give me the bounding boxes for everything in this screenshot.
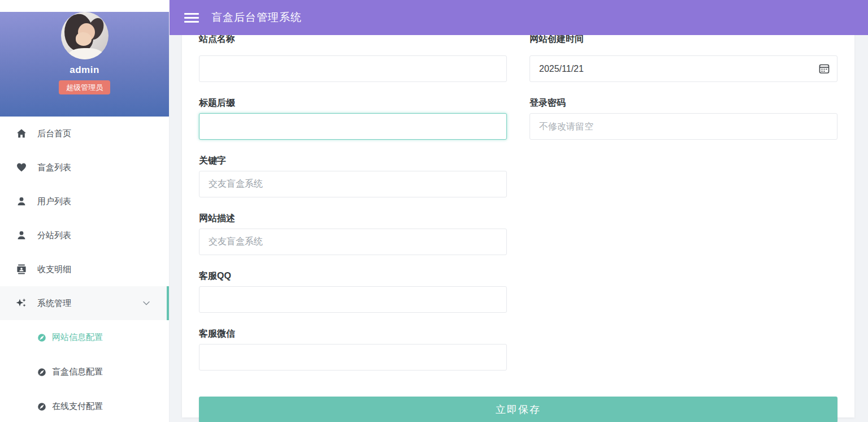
- description-label: 网站描述: [199, 212, 507, 224]
- username: admin: [0, 64, 169, 76]
- app-title: 盲盒后台管理系统: [211, 10, 302, 25]
- topbar: 盲盒后台管理系统: [170, 0, 868, 35]
- login-password-input[interactable]: [530, 113, 837, 140]
- site-name-label: 站点名称: [199, 35, 507, 45]
- field-service-qq: 客服QQ: [199, 270, 507, 313]
- created-time-label: 网站创建时间: [530, 35, 837, 45]
- field-service-wechat: 客服微信: [199, 328, 507, 371]
- field-login-password: 登录密码: [530, 97, 837, 140]
- service-qq-input[interactable]: [199, 286, 507, 313]
- sidebar-item-dashboard[interactable]: 后台首页: [0, 117, 169, 150]
- title-suffix-input[interactable]: [199, 113, 507, 140]
- field-title-suffix: 标题后缀: [199, 97, 507, 140]
- main-content: 站点名称 标题后缀 关键字 网站描述 客服QQ: [170, 35, 868, 422]
- form-column-right: 网站创建时间: [530, 35, 837, 385]
- contacts-icon: [16, 264, 27, 275]
- description-input[interactable]: [199, 229, 507, 255]
- sidebar-item-substations[interactable]: 分站列表: [0, 218, 169, 252]
- sidebar-item-label: 盲盒列表: [37, 162, 71, 173]
- settings-form: 站点名称 标题后缀 关键字 网站描述 客服QQ: [199, 35, 837, 385]
- service-wechat-label: 客服微信: [199, 328, 507, 339]
- sidebar-item-boxes[interactable]: 盲盒列表: [0, 150, 169, 184]
- sidebar-item-label: 收支明细: [37, 264, 71, 275]
- field-created-time: 网站创建时间: [530, 35, 837, 82]
- compass-icon: [37, 333, 46, 342]
- keywords-input[interactable]: [199, 171, 507, 197]
- sidebar: admin 超级管理员 后台首页 盲盒列表 用户列表 分站列表: [0, 0, 170, 422]
- calendar-icon[interactable]: [818, 63, 830, 75]
- sidebar-subitem-site-config[interactable]: 网站信息配置: [0, 320, 169, 355]
- profile-panel: admin 超级管理员: [0, 12, 169, 117]
- service-qq-label: 客服QQ: [199, 270, 507, 282]
- sidebar-subitem-label: 盲盒信息配置: [52, 367, 103, 377]
- heart-icon: [16, 162, 27, 173]
- home-icon: [16, 128, 27, 139]
- user-icon: [16, 196, 27, 207]
- service-wechat-input[interactable]: [199, 344, 507, 371]
- sidebar-item-label: 系统管理: [37, 298, 71, 309]
- sidebar-item-finance[interactable]: 收支明细: [0, 252, 169, 286]
- field-keywords: 关键字: [199, 154, 507, 197]
- title-suffix-label: 标题后缀: [199, 97, 507, 109]
- field-site-name: 站点名称: [199, 35, 507, 82]
- sidebar-item-label: 分站列表: [37, 230, 71, 241]
- sparkles-icon: [16, 298, 27, 309]
- user-icon: [16, 230, 27, 241]
- role-badge: 超级管理员: [59, 80, 110, 94]
- created-time-input[interactable]: [530, 55, 837, 82]
- sidebar-menu: 后台首页 盲盒列表 用户列表 分站列表: [0, 117, 169, 422]
- sidebar-subitem-box-config[interactable]: 盲盒信息配置: [0, 355, 169, 389]
- sidebar-item-system[interactable]: 系统管理: [0, 286, 169, 320]
- sidebar-subitem-payment-config[interactable]: 在线支付配置: [0, 389, 169, 422]
- field-description: 网站描述: [199, 212, 507, 255]
- sidebar-subitem-label: 在线支付配置: [52, 401, 103, 412]
- compass-icon: [37, 368, 46, 377]
- sidebar-item-users[interactable]: 用户列表: [0, 184, 169, 218]
- sidebar-subitem-label: 网站信息配置: [52, 332, 103, 343]
- form-column-left: 站点名称 标题后缀 关键字 网站描述 客服QQ: [199, 35, 507, 385]
- sidebar-item-label: 后台首页: [37, 128, 71, 139]
- hamburger-menu-icon[interactable]: [184, 13, 199, 23]
- site-name-input[interactable]: [199, 55, 507, 82]
- settings-card: 站点名称 标题后缀 关键字 网站描述 客服QQ: [182, 35, 854, 417]
- keywords-label: 关键字: [199, 154, 507, 166]
- chevron-down-icon: [143, 301, 150, 305]
- login-password-label: 登录密码: [530, 97, 837, 109]
- avatar: [61, 12, 108, 59]
- sidebar-item-label: 用户列表: [37, 196, 71, 207]
- compass-icon: [37, 402, 46, 411]
- save-button[interactable]: 立即保存: [199, 397, 837, 422]
